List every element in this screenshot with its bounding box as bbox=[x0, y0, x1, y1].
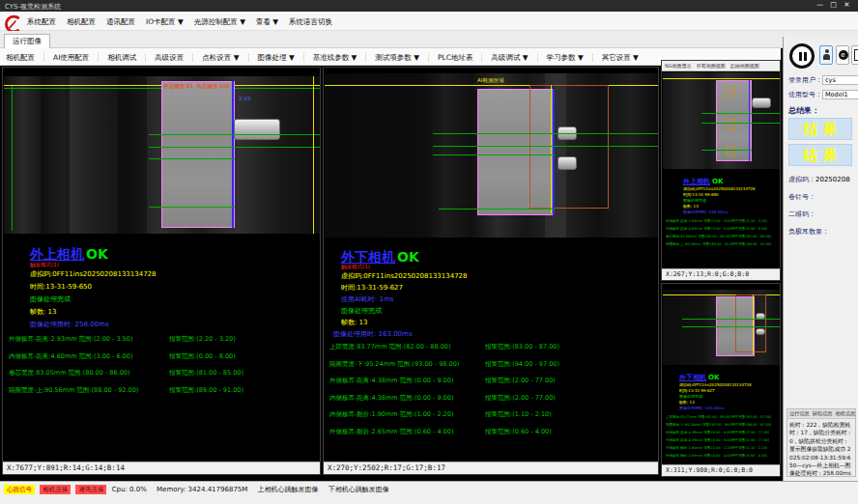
user-button[interactable] bbox=[819, 45, 833, 65]
result-display-upper: 结果 bbox=[788, 118, 852, 140]
camera-panel-lower: AI检测区域 外下相机OK 触发模式(1) 虚拟码:0FF11ins202502… bbox=[323, 67, 659, 475]
thumbnail-viewport-lower[interactable] bbox=[663, 290, 780, 365]
tool-advanced-debug[interactable]: 高级调试 ▼ bbox=[491, 53, 537, 62]
maximize-button[interactable]: □ bbox=[827, 1, 841, 9]
tool-test-params[interactable]: 测试项参数 ▼ bbox=[375, 53, 429, 62]
tool-learning-params[interactable]: 学习参数 ▼ bbox=[547, 53, 593, 62]
result-ok-label: OK bbox=[397, 249, 419, 265]
tool-camera-config[interactable]: 相机配置 bbox=[6, 53, 44, 62]
tool-camera-debug[interactable]: 相机调试 bbox=[107, 53, 146, 62]
measurement-row: 隔圈宽度-上:90.56mm 范围:(88.00 - 92.00)报警范围:(8… bbox=[9, 386, 318, 395]
time-line: 时间:13-31-59-650 bbox=[30, 282, 92, 292]
thumbnail-panel-upper: NG画面显示所有画面视图起始画面视图 外上相机OK 虚拟码:0FF11ins20… bbox=[661, 60, 781, 281]
thumbnail-panel-lower: 外下相机OK 虚拟码:0FF11ins20250208133134728 时间:… bbox=[661, 283, 781, 477]
pause-button[interactable] bbox=[789, 43, 815, 69]
pixel-status-bar-upper: X:7677;Y:891;R:14;G:14;B:14 bbox=[3, 462, 320, 474]
process-time-line: 图像处理用时: 258.00ms bbox=[30, 320, 109, 329]
e-logo-icon: e bbox=[839, 50, 848, 60]
tool-image-processing[interactable]: 图像处理 ▼ bbox=[258, 53, 304, 62]
tab-all-views[interactable]: 所有画面视图 bbox=[697, 63, 726, 69]
tool-spotcheck-settings[interactable]: 点检设置 ▼ bbox=[202, 53, 248, 62]
pixel-status-bar-lower: X:270;Y:2502;R:17;G:17;B:17 bbox=[324, 462, 658, 474]
thumbnail-tabs: NG画面显示所有画面视图起始画面视图 bbox=[662, 61, 780, 71]
barcode-label: 虚拟码： bbox=[788, 176, 815, 183]
login-user-field[interactable]: cys bbox=[822, 75, 858, 85]
menu-view[interactable]: 查看 ▼ bbox=[256, 17, 278, 26]
trigger-mode-label: 触发模式(1) bbox=[341, 264, 370, 270]
status-bar: 心跳信号 相机连接 通讯连接 Cpu: 0.0% Memory: 3424.41… bbox=[0, 481, 858, 504]
result-ok-label: OK bbox=[86, 246, 108, 262]
menu-camera-config[interactable]: 相机配置 bbox=[67, 17, 96, 26]
camera-title-lower-mini: 外下相机OK bbox=[679, 373, 719, 382]
menu-io-config[interactable]: IO卡配置 ▼ bbox=[146, 17, 184, 26]
measurement-row: 隔圈宽度-下:95.24mm 范围:(93.00 - 98.00)报警范围:(9… bbox=[329, 360, 656, 369]
info-tab-defect[interactable]: 缺陷信息 bbox=[813, 410, 833, 416]
overlay-measure-label: 2.93 bbox=[239, 96, 250, 101]
thumbnail-viewport-upper[interactable] bbox=[663, 72, 780, 169]
tool-ai-config[interactable]: AI使用配置 bbox=[53, 53, 99, 62]
app-window: CYS-视觉检测系统 —□✕ 系统配置相机配置通讯配置IO卡配置 ▼光源控制配置… bbox=[0, 0, 858, 504]
overlay-ai-region-label: AI检测区域 bbox=[477, 77, 503, 84]
negative-tab-count-label: 负极耳数量： bbox=[788, 227, 829, 237]
camera-panel-upper: 寻边阈值:93, 动态阈值:100 2.93 外上相机OK 触发模式(1) 虚拟… bbox=[2, 67, 321, 475]
measurement-row: 外侧极耳-翻折:2.65mm 范围:(0.60 - 4.00)报警范围:(0.6… bbox=[329, 428, 656, 436]
run-info-text: 耗时：222，缺陷检测耗时：17，缺陷分类耗时：0，缺陷拼框分类耗时：显示图像获… bbox=[787, 419, 855, 480]
cpu-usage: Cpu: 0.0% bbox=[112, 486, 147, 493]
measurement-row: 上部宽度:83.77mm 范围:(82.00 - 88.00)报警范围:(83.… bbox=[329, 343, 656, 351]
account-button[interactable]: e bbox=[836, 45, 849, 65]
login-user-label: 登录用户： bbox=[788, 76, 822, 84]
barcode-line: 虚拟码:0FF11ins20250208133134728 bbox=[341, 271, 468, 281]
tool-other-settings[interactable]: 其它设置 ▼ bbox=[602, 53, 647, 62]
frame-line: 帧数: 13 bbox=[341, 318, 368, 327]
menu-system-config[interactable]: 系统配置 bbox=[27, 17, 56, 26]
barcode-line: 虚拟码:0FF11ins20250208133134728 bbox=[30, 269, 157, 279]
menu-bar: 系统配置相机配置通讯配置IO卡配置 ▼光源控制配置 ▼查看 ▼系统语言切换 bbox=[0, 12, 858, 31]
upper-camera-trigger-status: 上相机心跳触发图像 bbox=[258, 486, 319, 493]
pixel-status-bar-thumb-lower: X:311;Y:980;R:0;G:0;B:0 bbox=[662, 464, 780, 476]
tool-baseline-params[interactable]: 基准线参数 ▼ bbox=[313, 53, 367, 62]
tool-advanced-settings[interactable]: 高级设置 bbox=[155, 53, 193, 62]
menu-language-switch[interactable]: 系统语言切换 bbox=[289, 17, 332, 26]
minimize-button[interactable]: — bbox=[814, 1, 827, 9]
close-button[interactable]: ✕ bbox=[841, 1, 854, 9]
tab-start-views[interactable]: 起始画面视图 bbox=[730, 63, 759, 69]
model-field[interactable]: Model1 bbox=[822, 90, 858, 99]
run-info-box: 运行信息缺陷信息相机信息 耗时：222，缺陷检测耗时：17，缺陷分类耗时：0，缺… bbox=[786, 408, 856, 477]
ai-time-line: 使用AI耗时: 1ms bbox=[341, 294, 393, 304]
process-done-line: 图像处理完成 bbox=[341, 306, 382, 316]
logout-icon bbox=[854, 49, 858, 61]
logout-button[interactable] bbox=[851, 45, 858, 65]
tool-plc-address[interactable]: PLC地址表 bbox=[438, 53, 482, 62]
lower-camera-trigger-status: 下相机心跳触发图像 bbox=[329, 486, 389, 493]
measurement-list-lower: 上部宽度:83.77mm 范围:(82.00 - 88.00)报警范围:(83.… bbox=[329, 343, 656, 444]
info-tab-camera[interactable]: 相机信息 bbox=[836, 410, 856, 416]
memory-usage: Memory: 3424.41796875M bbox=[157, 486, 247, 493]
overlay-threshold-label: 寻边阈值:93, 动态阈值:100 bbox=[163, 83, 230, 90]
overlay-ai-roi bbox=[529, 85, 609, 209]
menu-light-config[interactable]: 光源控制配置 ▼ bbox=[194, 17, 245, 26]
tab-ng-display[interactable]: NG画面显示 bbox=[665, 63, 692, 69]
barcode-value: 20250208 bbox=[815, 176, 850, 183]
measurement-row: 内侧极耳-距离:4.60mm 范围:(3.00 - 6.00)报警范围:(0.0… bbox=[9, 352, 318, 361]
tab-run-image[interactable]: 运行图像 bbox=[4, 34, 50, 48]
control-panel: e 登录用户：cys 使用型号：Model1 总结果： 结果 结果 虚拟码：20… bbox=[783, 37, 858, 481]
info-tab-run[interactable]: 运行信息 bbox=[789, 410, 810, 416]
menu-comm-config[interactable]: 通讯配置 bbox=[106, 17, 135, 26]
measurement-row: 外侧极耳-距离:2.93mm 范围:(2.00 - 3.50)报警范围:(2.2… bbox=[9, 335, 318, 344]
heartbeat-badge: 心跳信号 bbox=[4, 485, 35, 494]
process-done-line: 图像处理完成 bbox=[30, 294, 71, 304]
window-title: CYS-视觉检测系统 bbox=[5, 2, 61, 12]
overlay-connector-part bbox=[234, 119, 280, 140]
pixel-status-bar-thumb-upper: X:267;Y:13;R:0;G:0;B:0 bbox=[662, 268, 780, 280]
measurement-row: 外侧极耳-距离:4.38mm 范围:(0.00 - 9.00)报警范围:(2.0… bbox=[329, 377, 656, 385]
overlay-metal-glint bbox=[558, 156, 577, 170]
camera-viewport-lower[interactable]: AI检测区域 bbox=[325, 73, 658, 238]
measurement-list-upper: 外侧极耳-距离:2.93mm 范围:(2.00 - 3.50)报警范围:(2.2… bbox=[9, 335, 318, 403]
title-bar: CYS-视觉检测系统 —□✕ bbox=[0, 0, 858, 12]
model-label: 使用型号： bbox=[788, 91, 822, 98]
measurement-list-lower-mini: 上部宽度:83.77mm 范围:(82.00 - 88.00)报警范围:(83.… bbox=[666, 415, 780, 462]
total-result-label: 总结果： bbox=[788, 105, 819, 116]
camera-viewport-upper[interactable]: 寻边阈值:93, 动态阈值:100 2.93 bbox=[4, 76, 320, 234]
result-display-lower: 结果 bbox=[788, 144, 852, 166]
pin-number-label: 卷针号： bbox=[788, 192, 815, 202]
